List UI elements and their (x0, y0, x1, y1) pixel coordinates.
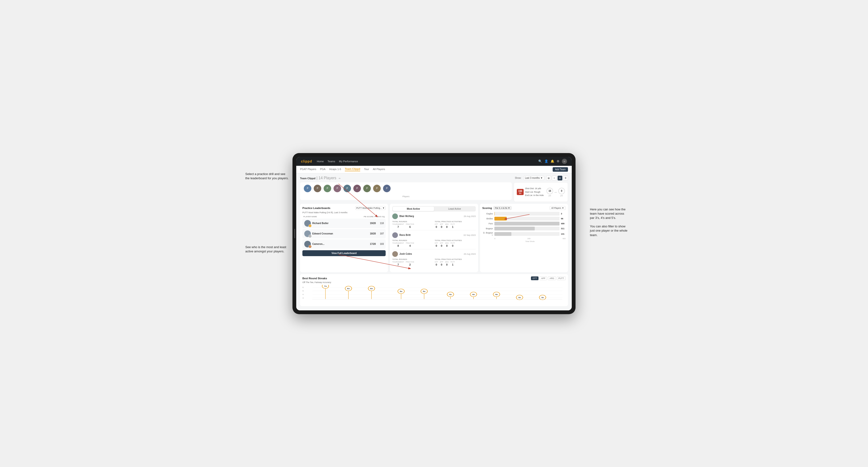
lb-name-1: Richard Butler (312, 222, 368, 224)
bar-value-eagles: 3 (561, 213, 566, 215)
scoring-panel: Scoring Par 3, 4 & 5s ▼ All Players ▼ (480, 204, 568, 272)
player-3[interactable]: P (323, 185, 331, 192)
player-6[interactable]: P (353, 185, 361, 192)
nav-home[interactable]: Home (317, 160, 323, 163)
player-5[interactable]: P (343, 185, 351, 192)
sub-nav-all-players[interactable]: All Players (373, 168, 385, 171)
streak-filter-app[interactable]: APP (539, 276, 547, 280)
avatar[interactable]: U (562, 159, 567, 164)
streak-chart: 6 5 4 3 7x 6x (302, 285, 566, 304)
scoring-players-filter[interactable]: All Players ▼ (550, 206, 566, 210)
svg-text:4: 4 (302, 293, 304, 295)
edit-icon[interactable]: ✏ (339, 177, 341, 180)
player-9[interactable]: P (383, 185, 391, 192)
list-view-icon[interactable]: ≡ (552, 176, 557, 181)
top-nav: clippd Home Teams My Performance 🔍 👤 🔔 ⚙… (296, 157, 572, 166)
pa-practice-num-3: 2 (406, 263, 414, 266)
pa-avatar-3 (392, 251, 398, 257)
pa-putt-label-1: PUTT (451, 223, 455, 225)
bar-label-eagles: Eagles (483, 213, 493, 215)
bar-value-pars: 499 (561, 222, 566, 225)
sub-nav: PGAT Players PGA Hcaps 1-5 Team Clippd T… (296, 166, 572, 173)
sub-nav-hcaps[interactable]: Hcaps 1-5 (329, 168, 341, 171)
main-content: Team Clippd | 14 Players ✏ Show: Last 3 … (296, 173, 572, 310)
sub-nav-team-clippd[interactable]: Team Clippd (345, 167, 360, 171)
pa-ott-2: 0 (435, 244, 438, 247)
svg-text:5x: 5x (400, 290, 402, 292)
annotation-top-left: Select a practice drill and see the lead… (245, 172, 289, 181)
bar-track-dbogeys (494, 232, 559, 236)
svg-text:4x: 4x (495, 293, 498, 295)
page-wrapper: Select a practice drill and see the lead… (292, 153, 576, 314)
player-avatar-6: P (353, 185, 361, 192)
activity-tabs: Most Active Least Active (392, 206, 475, 212)
scoring-par-filter[interactable]: Par 3, 4 & 5s ▼ (493, 206, 512, 210)
shot-connector: — (555, 191, 557, 193)
view-full-leaderboard-button[interactable]: View Full Leaderboard (302, 250, 385, 256)
player-7[interactable]: P (363, 185, 371, 192)
svg-text:6: 6 (302, 286, 304, 288)
leaderboard-panel: Practice Leaderboards PUTT Must Make Put… (300, 204, 388, 272)
scoring-title: Scoring (483, 207, 492, 210)
pa-rounds-label-1: Total Rounds (392, 220, 433, 223)
bar-value-bogeys: 311 (561, 227, 566, 230)
streak-filter-putt[interactable]: PUTT (557, 276, 566, 280)
player-2[interactable]: P (314, 185, 321, 192)
streak-filter-ott[interactable]: OTT (531, 276, 538, 280)
pa-practice-act-label-3: Total Practice Activities (435, 258, 476, 260)
search-icon[interactable]: 🔍 (538, 159, 542, 163)
nav-teams[interactable]: Teams (328, 160, 335, 163)
pa-date-3: 26 Aug 2023 (464, 253, 476, 255)
players-row: P P P P P (300, 182, 512, 200)
settings-icon[interactable]: ⚙ (557, 159, 559, 163)
lb-drill-select[interactable]: PUTT Must Make Putting... ▼ (355, 206, 386, 210)
pa-arg-label-1: ARG (445, 223, 448, 225)
scoring-header: Scoring Par 3, 4 & 5s ▼ All Players ▼ (483, 206, 566, 210)
person-icon[interactable]: 👤 (545, 159, 548, 163)
add-team-button[interactable]: Add Team (553, 167, 568, 172)
pa-practice-label-1: Practice (406, 223, 414, 225)
pa-practice-num-2: 4 (406, 244, 414, 247)
sub-nav-pgat[interactable]: PGAT Players (300, 168, 316, 171)
shot-display: 198 SG Shot Dist: 16 yds Start Lie: Roug… (514, 182, 568, 202)
player-avatar-1: P (304, 185, 311, 192)
player-8[interactable]: P (373, 185, 381, 192)
pa-header-2: Rees Britt 02 Sep 2023 (392, 232, 475, 238)
show-select[interactable]: Last 3 months ▼ (523, 176, 545, 180)
nav-my-performance[interactable]: My Performance (339, 160, 358, 163)
player-1[interactable]: P (304, 185, 311, 192)
shot-details: Shot Dist: 16 yds Start Lie: Rough End L… (525, 187, 544, 197)
grid-view-icon[interactable]: ▦ (546, 176, 551, 181)
bar-birdies: Birdies 96 (483, 217, 566, 220)
bell-icon[interactable]: 🔔 (551, 159, 554, 163)
pa-ott-1: 0 (435, 225, 438, 228)
streak-filter-arg[interactable]: ARG (548, 276, 556, 280)
card-view-icon[interactable]: ⊞ (558, 176, 562, 181)
svg-text:3x: 3x (541, 297, 544, 299)
activity-player-1: Blair McHarg 26 Aug 2023 Total Rounds To… (392, 214, 475, 230)
player-avatar-2: P (314, 185, 321, 192)
tablet-screen: clippd Home Teams My Performance 🔍 👤 🔔 ⚙… (296, 157, 572, 310)
sub-nav-pga[interactable]: PGA (320, 168, 326, 171)
least-active-tab[interactable]: Least Active (434, 207, 475, 211)
streaks-header: Best Round Streaks OTT APP ARG PUTT (302, 276, 566, 280)
svg-text:5: 5 (302, 290, 304, 292)
pa-app-3: 0 (440, 263, 443, 266)
table-view-icon[interactable]: ≣ (563, 176, 568, 181)
shot-badge: 198 SG (517, 189, 524, 195)
lb-name-3: Cameron... (312, 243, 368, 245)
players-label: Players (304, 195, 508, 198)
annotation-top-right: Here you can see how the team have score… (590, 207, 627, 237)
pa-putt-2: 0 (451, 244, 455, 247)
svg-text:7x: 7x (324, 285, 327, 287)
sub-nav-tour[interactable]: Tour (364, 168, 369, 171)
player-avatar-9: P (383, 185, 391, 192)
player-4[interactable]: P (334, 185, 341, 192)
lb-rank-3: 3 (309, 245, 312, 248)
bar-pars: Pars 499 (483, 222, 566, 225)
pa-rounds-label-2: Total Rounds (392, 239, 433, 242)
streaks-panel: Best Round Streaks OTT APP ARG PUTT Off … (300, 274, 568, 306)
bar-label-dbogeys: D. Bogeys + (483, 231, 493, 236)
lb-avg-1: 110 (377, 222, 384, 224)
most-active-tab[interactable]: Most Active (393, 207, 434, 211)
